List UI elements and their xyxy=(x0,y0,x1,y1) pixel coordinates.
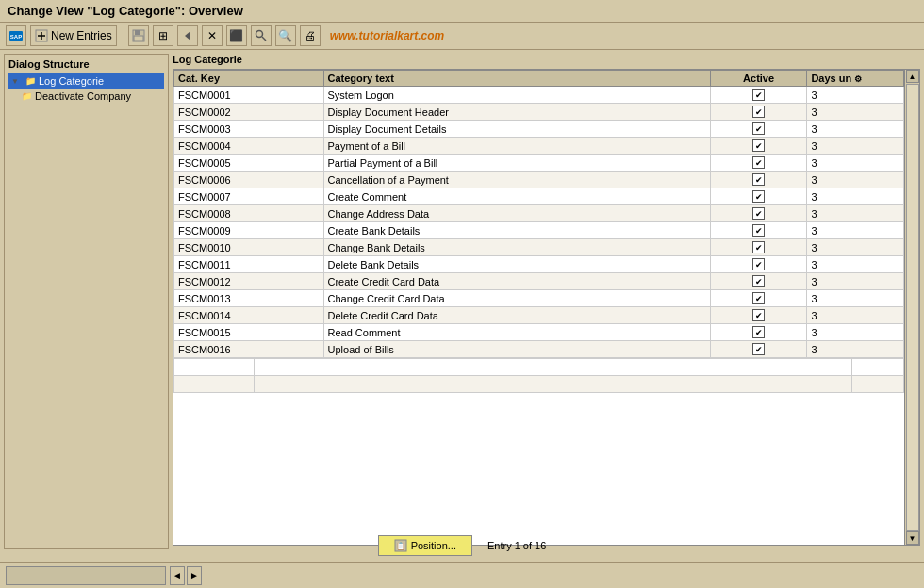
status-nav: ◄ ► xyxy=(170,566,202,585)
sidebar-item-deactivate-company[interactable]: 📁 Deactivate Company xyxy=(20,89,164,104)
svg-rect-7 xyxy=(134,36,143,41)
cell-days: 3 xyxy=(807,239,904,256)
table-row[interactable]: FSCM0004Payment of a Bill✔3 xyxy=(174,138,904,155)
empty-row-1 xyxy=(174,359,904,376)
table-row[interactable]: FSCM0012Create Credit Card Data✔3 xyxy=(174,273,904,290)
cell-cat-text: Read Comment xyxy=(323,324,710,341)
table-row[interactable]: FSCM0014Delete Credit Card Data✔3 xyxy=(174,307,904,324)
checkbox-checked[interactable]: ✔ xyxy=(752,156,765,169)
table-row[interactable]: FSCM0007Create Comment✔3 xyxy=(174,188,904,205)
table-row[interactable]: FSCM0009Create Bank Details✔3 xyxy=(174,222,904,239)
cell-active: ✔ xyxy=(710,307,807,324)
folder-icon: 📁 xyxy=(24,74,37,88)
undo-btn[interactable]: ⊞ xyxy=(153,25,173,46)
checkbox-checked[interactable]: ✔ xyxy=(752,224,765,237)
cell-active: ✔ xyxy=(710,104,807,121)
table-row[interactable]: FSCM0010Change Bank Details✔3 xyxy=(174,239,904,256)
cell-cat-text: Payment of a Bill xyxy=(323,138,710,155)
expand-icon: ▼ xyxy=(8,74,22,88)
cell-cat-text: Display Document Header xyxy=(323,104,710,121)
cell-active: ✔ xyxy=(710,341,807,358)
cell-days: 3 xyxy=(807,188,904,205)
website-label: www.tutorialkart.com xyxy=(330,29,445,42)
cell-cat-text: Change Address Data xyxy=(323,205,710,222)
checkbox-checked[interactable]: ✔ xyxy=(752,106,765,118)
cell-active: ✔ xyxy=(710,138,807,155)
cell-cat-text: Change Bank Details xyxy=(323,239,710,256)
nav-left-btn[interactable]: ◄ xyxy=(170,566,185,585)
checkbox-checked[interactable]: ✔ xyxy=(752,275,765,287)
sidebar-title: Dialog Structure xyxy=(8,58,164,70)
new-entries-btn[interactable]: New Entries xyxy=(30,25,117,46)
back-btn[interactable] xyxy=(177,25,198,46)
checkbox-checked[interactable]: ✔ xyxy=(752,258,765,270)
cell-cat-key: FSCM0015 xyxy=(174,324,324,341)
cell-days: 3 xyxy=(807,341,904,358)
table-row[interactable]: FSCM0015Read Comment✔3 xyxy=(174,324,904,341)
checkbox-checked[interactable]: ✔ xyxy=(752,122,765,135)
empty-row-2 xyxy=(174,376,904,393)
cell-active: ✔ xyxy=(710,273,807,290)
exit-btn[interactable]: ✕ xyxy=(202,25,223,46)
table-row[interactable]: FSCM0008Change Address Data✔3 xyxy=(174,205,904,222)
print-btn[interactable]: 🖨 xyxy=(300,25,321,46)
table-row[interactable]: FSCM0011Delete Bank Details✔3 xyxy=(174,256,904,273)
empty-rows-table xyxy=(173,358,904,393)
col-header-active: Active xyxy=(710,71,807,87)
find-btn[interactable] xyxy=(251,25,272,46)
table-row[interactable]: FSCM0006Cancellation of a Payment✔3 xyxy=(174,172,904,188)
col-settings-icon[interactable]: ⚙ xyxy=(854,74,862,84)
scrollbar-up-btn[interactable]: ▲ xyxy=(906,70,919,83)
checkbox-checked[interactable]: ✔ xyxy=(752,241,765,253)
checkbox-checked[interactable]: ✔ xyxy=(752,139,765,152)
table-row[interactable]: FSCM0013Change Credit Card Data✔3 xyxy=(174,290,904,307)
right-panel: Log Categorie Cat. Key Category text xyxy=(173,54,920,549)
scrollbar-track[interactable] xyxy=(906,84,919,531)
cell-cat-text: Create Comment xyxy=(323,188,710,205)
checkbox-checked[interactable]: ✔ xyxy=(752,343,765,355)
cell-cat-text: System Logon xyxy=(323,87,710,104)
col-header-days: Days un ⚙ xyxy=(807,71,904,87)
checkbox-checked[interactable]: ✔ xyxy=(752,173,765,186)
cell-active: ✔ xyxy=(710,324,807,341)
checkbox-checked[interactable]: ✔ xyxy=(752,309,765,321)
cell-active: ✔ xyxy=(710,222,807,239)
toolbar: SAP New Entries ⊞ ✕ ⬛ 🔍 🖨 www.tutorialka… xyxy=(0,23,924,50)
cell-active: ✔ xyxy=(710,205,807,222)
cell-cat-text: Cancellation of a Payment xyxy=(323,172,710,188)
cell-days: 3 xyxy=(807,205,904,222)
nav-right-btn[interactable]: ► xyxy=(187,566,202,585)
cell-cat-key: FSCM0007 xyxy=(174,188,324,205)
table-row[interactable]: FSCM0001System Logon✔3 xyxy=(174,87,904,104)
table-row[interactable]: FSCM0003Display Document Details✔3 xyxy=(174,121,904,138)
cancel-btn[interactable]: ⬛ xyxy=(226,25,247,46)
cell-cat-text: Display Document Details xyxy=(323,121,710,138)
svg-point-9 xyxy=(256,31,262,38)
sidebar: Dialog Structure ▼ 📁 Log Categorie 📁 Dea… xyxy=(4,54,169,549)
find-next-btn[interactable]: 🔍 xyxy=(275,25,296,46)
checkbox-checked[interactable]: ✔ xyxy=(752,190,765,203)
svg-text:SAP: SAP xyxy=(10,34,22,40)
sidebar-item-log-categorie[interactable]: ▼ 📁 Log Categorie xyxy=(8,74,164,89)
cell-cat-key: FSCM0012 xyxy=(174,273,324,290)
sap-icon-btn[interactable]: SAP xyxy=(6,25,26,46)
cell-active: ✔ xyxy=(710,290,807,307)
col-header-catkey: Cat. Key xyxy=(174,71,324,87)
entry-info: Entry 1 of 16 xyxy=(487,540,546,551)
cell-cat-key: FSCM0002 xyxy=(174,104,324,121)
cell-days: 3 xyxy=(807,87,904,104)
checkbox-checked[interactable]: ✔ xyxy=(752,207,765,220)
cell-cat-text: Delete Credit Card Data xyxy=(323,307,710,324)
checkbox-checked[interactable]: ✔ xyxy=(752,89,765,101)
table-row[interactable]: FSCM0016Upload of Bills✔3 xyxy=(174,341,904,358)
save-btn[interactable] xyxy=(128,25,149,46)
checkbox-checked[interactable]: ✔ xyxy=(752,292,765,304)
table-row[interactable]: FSCM0005Partial Payment of a Bill✔3 xyxy=(174,155,904,172)
table-scroll-area[interactable]: Cat. Key Category text Active Days un xyxy=(173,70,904,526)
position-button[interactable]: 📋 Position... xyxy=(378,535,472,556)
sidebar-item-label: Log Categorie xyxy=(39,75,104,87)
status-left-panel xyxy=(6,566,166,585)
table-row[interactable]: FSCM0002Display Document Header✔3 xyxy=(174,104,904,121)
cell-cat-text: Delete Bank Details xyxy=(323,256,710,273)
checkbox-checked[interactable]: ✔ xyxy=(752,326,765,338)
